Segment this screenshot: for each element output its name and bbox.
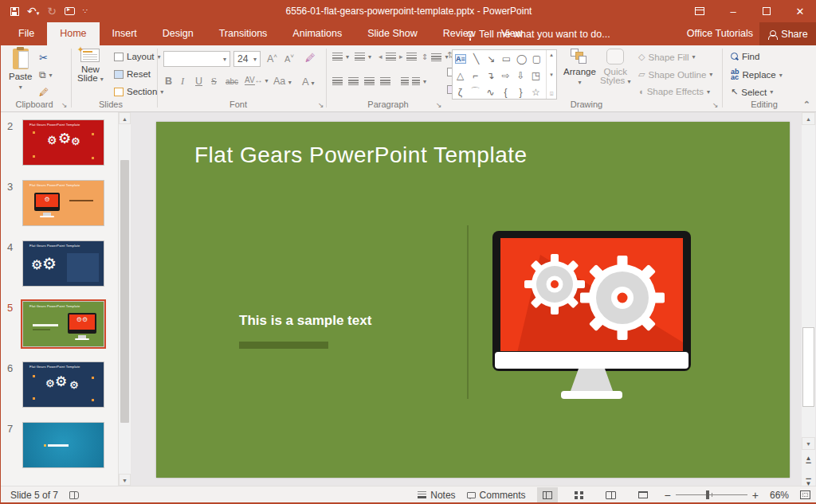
tab-file[interactable]: File [6, 22, 47, 45]
align-left-button[interactable] [332, 77, 343, 85]
shape-down-arrow-icon[interactable]: ⇩ [513, 70, 528, 81]
shape-elbow-icon[interactable]: ⌐ [468, 70, 483, 81]
shape-textbox-icon[interactable]: A≡ [455, 54, 466, 64]
numbering-button[interactable]: ▾ [355, 53, 371, 61]
quick-styles-button[interactable]: Quick Styles ▾ [600, 49, 631, 85]
zoom-out-button[interactable]: − [665, 489, 671, 502]
shape-effects-button[interactable]: ◖Shape Effects▾ [638, 87, 710, 96]
shape-left-brace-icon[interactable]: { [498, 87, 513, 98]
decrease-indent-button[interactable]: ◂ [379, 53, 396, 61]
shape-outline-button[interactable]: ▱Shape Outline▾ [638, 69, 712, 80]
clipboard-dialog-launcher[interactable]: ↘ [61, 101, 68, 109]
tab-transitions[interactable]: Transitions [206, 22, 280, 45]
slide-sample-text[interactable]: This is a sample text [239, 313, 371, 329]
previous-slide-button[interactable]: ▲▔ [803, 455, 814, 464]
grow-font-button[interactable]: A˄ [267, 53, 277, 64]
underline-button[interactable]: U [195, 76, 202, 87]
shape-arc-icon[interactable]: ⌒ [468, 85, 483, 99]
ribbon-display-options-button[interactable] [683, 0, 716, 22]
shape-right-arrow-icon[interactable]: ⇨ [498, 70, 513, 81]
shape-triangle-icon[interactable]: △ [453, 70, 468, 81]
font-name-combobox[interactable]: ▾ [163, 51, 230, 67]
normal-view-button[interactable] [537, 487, 558, 502]
layout-button[interactable]: Layout▾ [114, 52, 161, 61]
share-button[interactable]: Share [759, 22, 816, 45]
font-dialog-launcher[interactable]: ↘ [318, 101, 324, 109]
slide-thumbnail-7[interactable] [22, 422, 104, 468]
shape-fill-button[interactable]: ◇Shape Fill▾ [638, 52, 696, 62]
zoom-in-button[interactable]: + [752, 489, 759, 502]
shape-arrow-icon[interactable]: ↘ [484, 53, 499, 64]
close-button[interactable]: ✕ [783, 0, 816, 22]
drawing-dialog-launcher[interactable]: ↘ [712, 101, 719, 109]
align-right-button[interactable] [364, 77, 375, 85]
shape-oval-icon[interactable]: ◯ [514, 53, 529, 64]
monitor-gears-graphic[interactable] [492, 231, 692, 400]
thumb-scroll-up-arrow[interactable]: ▲ [119, 112, 131, 124]
main-scrollbar[interactable]: ▲ ▼ ▲▔ ▁▼ [802, 112, 815, 486]
shape-right-brace-icon[interactable]: } [513, 87, 528, 98]
slide-thumbnail-3[interactable]: Flat Gears PowerPoint Template ⚙ [22, 180, 104, 226]
next-slide-button[interactable]: ▁▼ [803, 472, 814, 482]
shape-rounded-rect-icon[interactable]: ▢ [529, 53, 544, 64]
slide-title[interactable]: Flat Gears PowerPoint Template [194, 143, 528, 168]
minimize-button[interactable]: – [716, 0, 750, 22]
slide-thumbnail-4[interactable]: Flat Gears PowerPoint Template ⚙ ⚙ [22, 240, 104, 287]
increase-indent-button[interactable]: ▸ [399, 53, 417, 61]
shape-line-icon[interactable]: ╲ [469, 53, 484, 64]
slide-sorter-view-button[interactable] [569, 487, 590, 502]
bold-button[interactable]: B [165, 76, 172, 87]
align-center-button[interactable] [348, 77, 359, 85]
reading-view-button[interactable] [601, 487, 622, 502]
shrink-font-button[interactable]: A˅ [284, 53, 294, 64]
zoom-level[interactable]: 66% [770, 490, 789, 501]
clear-formatting-button[interactable]: 🖉 [305, 53, 316, 64]
shape-elbow-arrow-icon[interactable]: ↴ [483, 70, 498, 81]
office-tutorials-link[interactable]: Office Tutorials [687, 22, 753, 45]
shape-snip-rect-icon[interactable]: ◳ [528, 70, 543, 81]
zoom-slider[interactable] [676, 494, 747, 495]
bullets-button[interactable]: ▾ [332, 53, 349, 61]
character-spacing-button[interactable]: AV↔ ▾ [245, 76, 268, 84]
spellcheck-icon[interactable] [69, 491, 79, 499]
new-slide-button[interactable]: ✦ New Slide ▾ [77, 49, 104, 83]
slide-thumbnail-2[interactable]: Flat Gears PowerPoint Template ⚙ ⚙ ⚙ [22, 119, 104, 166]
copy-button[interactable]: ⧉▾ [39, 69, 53, 80]
scroll-thumb[interactable] [802, 327, 814, 407]
font-size-combobox[interactable]: 24▾ [233, 51, 261, 67]
font-color-button[interactable]: A ▾ [302, 76, 315, 88]
scroll-up-arrow[interactable]: ▲ [802, 112, 815, 125]
justify-button[interactable] [380, 77, 390, 85]
arrange-button[interactable]: Arrange ▾ [563, 49, 596, 86]
thumb-scroll-down-arrow[interactable]: ▼ [119, 474, 131, 486]
comments-button[interactable]: Comments [467, 490, 526, 501]
fit-slide-to-window-button[interactable] [800, 490, 810, 499]
slide-thumbnail-6[interactable]: Flat Gears PowerPoint Template ⚙ ⚙ ⚙ [22, 361, 104, 408]
find-button[interactable]: Find [731, 52, 759, 61]
columns-button[interactable]: ▾ [401, 77, 426, 85]
format-painter-button[interactable]: 🖉 [39, 87, 49, 98]
shapes-gallery-scrollbar[interactable]: ▴▾⍗ [546, 50, 556, 99]
shapes-gallery[interactable]: A≡ ╲ ↘ ▭ ◯ ▢ △ ⌐ ↴ ⇨ ⇩ ◳ ζ ⌒ ∿ { } ☆ [452, 49, 557, 100]
shape-star-icon[interactable]: ☆ [528, 87, 543, 98]
line-spacing-button[interactable]: ⇕▾ [422, 53, 448, 61]
tab-home[interactable]: Home [47, 22, 99, 45]
strikethrough-button[interactable]: abc [226, 77, 238, 86]
shape-scribble-icon[interactable]: ζ [453, 87, 468, 98]
italic-button[interactable]: I [181, 76, 184, 88]
paste-button[interactable]: Paste ▾ [9, 49, 32, 91]
tab-animations[interactable]: Animations [280, 22, 355, 45]
shape-rectangle-icon[interactable]: ▭ [499, 53, 514, 64]
tab-insert[interactable]: Insert [100, 22, 150, 45]
change-case-button[interactable]: Aa ▾ [273, 76, 292, 87]
collapse-ribbon-icon[interactable]: ⌃ [803, 100, 810, 110]
zoom-slider-thumb[interactable] [706, 490, 709, 499]
current-slide[interactable]: Flat Gears PowerPoint Template This is a… [156, 122, 790, 478]
shape-curve-icon[interactable]: ∿ [483, 87, 498, 98]
select-button[interactable]: ↖Select▾ [731, 87, 773, 97]
notes-button[interactable]: Notes [418, 490, 455, 501]
reset-button[interactable]: Reset [114, 69, 151, 79]
tell-me-box[interactable]: Tell me what you want to do... [467, 22, 610, 45]
slide-thumbnail-5-selected[interactable]: Flat Gears PowerPoint Template ⚙⚙ [22, 301, 104, 347]
thumb-scroll-thumb[interactable] [120, 160, 129, 423]
